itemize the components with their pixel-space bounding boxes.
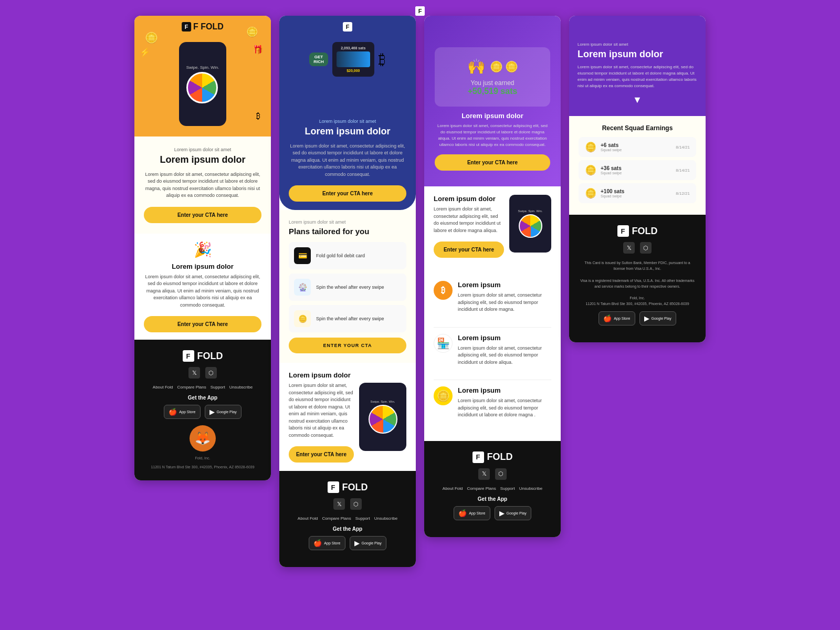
card4-legal2: Visa is a registered trademark of Visa, … xyxy=(579,278,696,289)
footer-link-support[interactable]: Support xyxy=(211,385,225,390)
squad-coin-1: 🪙 xyxy=(585,141,596,153)
card4-address: 11201 N Tatum Blvd Ste 300, #42035, Phoe… xyxy=(579,301,696,307)
feature3-title: Lorem ipsum xyxy=(458,386,551,394)
squad-date-1: 8/14/21 xyxy=(676,145,690,150)
card3-apple-icon: 🍎 xyxy=(458,509,467,517)
card3-hero-cta[interactable]: Enter your CTA here xyxy=(435,154,550,171)
app-store-badge[interactable]: 🍎 App Store xyxy=(164,405,200,419)
card2-app-store[interactable]: 🍎 App Store xyxy=(309,536,345,550)
plans-eyebrow: Lorem ipsum dolor sit amet xyxy=(289,219,406,225)
card1-footer: F FOLD 𝕏 ⬡ About Fold Compare Plans Supp… xyxy=(134,340,271,480)
bitcoin-badge: ₿ xyxy=(434,281,453,300)
card3-app-store[interactable]: 🍎 App Store xyxy=(454,506,490,520)
bitcoin-icon: ₿ xyxy=(256,111,260,121)
footer-link-compare[interactable]: Compare Plans xyxy=(177,385,206,390)
card3-link-about[interactable]: About Fold xyxy=(443,486,463,491)
card4-footer: F FOLD 𝕏 ⬡ This Card is issued by Sutton… xyxy=(569,215,706,342)
footer-getapp: Get the App xyxy=(144,395,261,401)
feature-row-1: ₿ Lorem ipsum Lorem ipsum dolor sit amet… xyxy=(434,275,551,328)
card2-headline: Lorem ipsum dolor xyxy=(289,126,406,138)
plan-text-3: Spin the wheel after every swipe xyxy=(316,316,384,321)
footer-link-unsub[interactable]: Unsubscribe xyxy=(229,385,253,390)
email-card-4: F Lorem ipsum dolor sit amet Lorem ipsum… xyxy=(569,16,706,342)
squad-sublabel-3: Squad swipe xyxy=(601,194,624,198)
discord-icon[interactable]: ⬡ xyxy=(205,367,217,379)
spin-feature-title: Lorem ipsum dolor xyxy=(289,371,354,379)
card2-footer-getapp: Get the App xyxy=(289,526,406,532)
card1-cta2-btn[interactable]: Enter your CTA here xyxy=(144,316,261,332)
card2-play-icon: ▶ xyxy=(354,539,360,547)
spin-wheel-small xyxy=(369,405,397,434)
card2-twitter-icon[interactable]: 𝕏 xyxy=(333,498,345,510)
squad-sublabel-1: Squad swipe xyxy=(601,148,622,152)
down-arrow-icon: ▼ xyxy=(578,94,697,106)
feature1-text: Lorem ipsum dolor sit amet, consectetur … xyxy=(458,292,551,313)
bitcoin-letter: ₿ xyxy=(441,286,445,295)
card3-footer-logo: F FOLD xyxy=(434,452,551,463)
card4-hero: F Lorem ipsum dolor sit amet Lorem ipsum… xyxy=(569,16,706,116)
card2-cta-btn[interactable]: Enter your CTA here xyxy=(289,185,406,202)
card2-footer-link-about[interactable]: About Fold xyxy=(298,516,318,521)
plans-cta-btn[interactable]: ENTER YOUR CTA xyxy=(289,338,406,353)
squad-item-3-left: 🪙 +100 sats Squad swipe xyxy=(585,187,624,199)
card3-footer-f: F xyxy=(472,452,484,463)
card1-eyebrow: Lorem ipsum dolor sit amet xyxy=(144,147,261,152)
plans-title: Plans tailored for you xyxy=(289,227,406,236)
card1-feature2-title: Lorem ipsum dolor xyxy=(144,262,261,270)
card3-twitter-icon[interactable]: 𝕏 xyxy=(478,468,490,480)
footer-link-about[interactable]: About Fold xyxy=(153,385,173,390)
card4-twitter-icon[interactable]: 𝕏 xyxy=(623,242,635,254)
card2-app-badges: 🍎 App Store ▶ Google Play xyxy=(289,536,406,550)
store-icon: 🏪 xyxy=(437,337,450,350)
gold-pile-1: 🪙 xyxy=(490,60,503,73)
earned-amount: +50,519 sats xyxy=(445,87,540,96)
card4-google-play[interactable]: ▶ Google Play xyxy=(639,311,676,326)
card3-discord-icon[interactable]: ⬡ xyxy=(495,468,507,480)
card2-discord-icon[interactable]: ⬡ xyxy=(350,498,362,510)
squad-title: Recent Squad Earnings xyxy=(579,124,696,132)
card3-purple-headline: Lorem ipsum dolor xyxy=(435,112,550,120)
card3-section2-text: Lorem ipsum dolor sit amet, consectetur … xyxy=(434,206,504,234)
card2-footer: F FOLD 𝕏 ⬡ About Fold Compare Plans Supp… xyxy=(279,471,416,567)
card4-hero-eyebrow: Lorem ipsum dolor sit amet xyxy=(578,42,697,47)
squad-sublabel-2: Squad swipe xyxy=(601,171,622,175)
hands-icon: 🙌 xyxy=(467,58,486,75)
coins-badge: 🪙 xyxy=(434,386,453,405)
card4-discord-icon[interactable]: ⬡ xyxy=(640,242,652,254)
apple-icon: 🍎 xyxy=(169,408,177,416)
google-play-badge[interactable]: ▶ Google Play xyxy=(205,405,242,419)
card4-app-store[interactable]: 🍎 App Store xyxy=(598,311,635,326)
card2-spin-section: Lorem ipsum dolor Lorem ipsum dolor sit … xyxy=(279,363,416,471)
card3-section2-cta[interactable]: Enter your CTA here xyxy=(434,242,504,258)
twitter-icon[interactable]: 𝕏 xyxy=(188,367,200,379)
card3-link-unsub[interactable]: Unsubscribe xyxy=(519,486,542,491)
card2-body-text: Lorem ipsum dolor sit amet, consectetur … xyxy=(289,143,406,178)
card2-footer-link-support[interactable]: Support xyxy=(355,516,370,521)
store-badge: 🏪 xyxy=(434,334,453,353)
spin-cta-btn[interactable]: Enter your CTA here xyxy=(289,446,354,463)
card3-google-play[interactable]: ▶ Google Play xyxy=(495,506,531,520)
card1-cta-btn[interactable]: Enter your CTA here xyxy=(144,207,261,223)
plan-item-2: 🎡 Spin the wheel after every swipe xyxy=(289,274,406,301)
card1-feature2-text: Lorem ipsum dolor sit amet, consectetur … xyxy=(144,274,261,309)
card2-footer-link-unsub[interactable]: Unsubscribe xyxy=(374,516,397,521)
card2-footer-link-compare[interactable]: Compare Plans xyxy=(322,516,351,521)
footer-address: 11201 N Tatum Blvd Ste 300, #42035, Phoe… xyxy=(144,465,261,470)
footer-company: Fold, Inc. xyxy=(144,456,261,461)
card3-hero-text: Lorem ipsum dolor sit amet, consectetur … xyxy=(435,123,550,148)
squad-item-1-left: 🪙 +6 sats Squad swipe xyxy=(585,141,622,153)
squad-coin-2: 🪙 xyxy=(585,164,596,176)
plan-icon-1: 💳 xyxy=(294,247,311,264)
spin-feature-text: Lorem ipsum dolor sit amet, consectetur … xyxy=(289,382,354,439)
plan-icon-2: 🎡 xyxy=(294,279,311,296)
bitcoin-coin-icon: ₿ xyxy=(379,51,386,68)
card3-link-compare[interactable]: Compare Plans xyxy=(467,486,496,491)
squad-date-2: 8/14/21 xyxy=(676,168,690,173)
footer-f-icon: F xyxy=(183,350,194,362)
feature-row-3: 🪙 Lorem ipsum Lorem ipsum dolor sit amet… xyxy=(434,380,551,433)
coin-icon-1: 🪙 xyxy=(145,32,158,44)
user-avatar: 🦊 xyxy=(190,425,216,452)
feature2-text: Lorem ipsum dolor sit amet, consectetur … xyxy=(458,345,551,366)
card3-link-support[interactable]: Support xyxy=(500,486,515,491)
card2-google-play[interactable]: ▶ Google Play xyxy=(350,536,386,550)
